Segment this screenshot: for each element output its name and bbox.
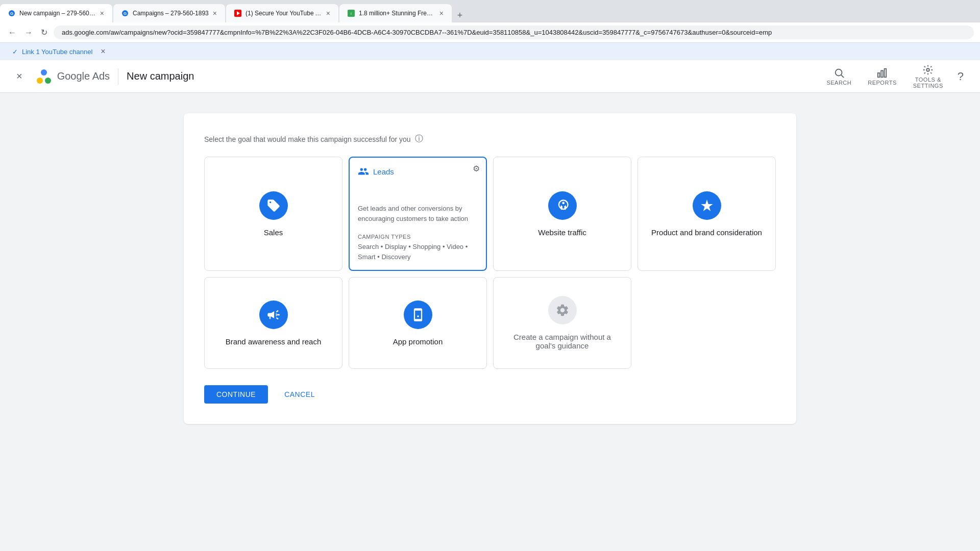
tag-icon — [266, 198, 281, 213]
back-button[interactable]: ← — [6, 26, 18, 39]
tab-title-3: (1) Secure Your YouTube Acc... — [246, 10, 322, 17]
tab-title-4: 1.8 million+ Stunning Free Im... — [359, 10, 435, 17]
search-label: SEARCH — [826, 80, 851, 86]
google-ads-text: Google Ads — [57, 70, 110, 82]
tab-youtube[interactable]: (1) Secure Your YouTube Acc... × — [226, 4, 338, 22]
goal-card-website-traffic[interactable]: Website traffic — [493, 157, 631, 271]
tools-label: TOOLS &SETTINGS — [913, 77, 943, 89]
leads-campaign-types-label: CAMPAIGN TYPES — [358, 234, 411, 240]
notification-check-icon: ✓ — [12, 48, 18, 56]
browser-chrome: G New campaign – 279-560-1... × G Campai… — [0, 0, 980, 43]
main-content: Select the goal that would make this cam… — [0, 93, 980, 444]
tab-favicon-1: G — [8, 10, 15, 17]
app-header: × Google Ads New campaign SEARCH REPORTS — [0, 60, 980, 93]
tab-close-4[interactable]: × — [439, 9, 444, 17]
goal-title-app-promotion: App promotion — [393, 337, 443, 346]
header-divider — [118, 68, 118, 85]
goal-icon-sales — [259, 191, 288, 220]
action-buttons: CONTINUE CANCEL — [204, 385, 776, 404]
svg-rect-15 — [881, 70, 884, 77]
svg-rect-14 — [878, 73, 880, 77]
tab-favicon-4: i — [348, 10, 355, 17]
address-bar-row: ← → ↻ — [0, 22, 980, 43]
gear-icon — [555, 303, 570, 317]
app-close-button[interactable]: × — [12, 66, 27, 86]
tools-settings-button[interactable]: TOOLS &SETTINGS — [907, 60, 949, 93]
reload-button[interactable]: ↻ — [39, 26, 50, 39]
search-button[interactable]: SEARCH — [820, 63, 857, 90]
tab-new-campaign[interactable]: G New campaign – 279-560-1... × — [0, 4, 112, 22]
leads-title: Leads — [373, 167, 394, 176]
svg-point-11 — [41, 69, 47, 76]
leads-campaign-types: Search • Display • Shopping • Video • Sm… — [358, 242, 478, 262]
svg-text:i: i — [351, 11, 352, 16]
forward-button[interactable]: → — [22, 26, 35, 39]
google-ads-logo-icon — [35, 67, 53, 86]
goals-grid-row1: Sales Leads ⚙ Get leads and other conver… — [204, 157, 776, 271]
svg-text:G: G — [124, 11, 127, 16]
goal-icon-no-goal — [548, 296, 577, 324]
phone-icon — [411, 308, 425, 322]
leads-description: Get leads and other conversions by encou… — [358, 204, 478, 223]
tab-bar: G New campaign – 279-560-1... × G Campai… — [0, 0, 980, 22]
campaign-card: Select the goal that would make this cam… — [184, 113, 796, 424]
tab-close-2[interactable]: × — [213, 9, 217, 17]
new-tab-button[interactable]: + — [453, 8, 467, 22]
megaphone-icon — [266, 308, 281, 322]
goal-card-app-promotion[interactable]: App promotion — [349, 277, 487, 369]
goal-title-brand-awareness: Brand awareness and reach — [226, 337, 322, 346]
reports-icon — [876, 67, 888, 79]
cursor-icon — [555, 198, 570, 213]
section-label-text: Select the goal that would make this cam… — [204, 135, 411, 143]
cancel-button[interactable]: CANCEL — [276, 385, 323, 404]
notification-bar: ✓ Link 1 YouTube channel × — [0, 43, 980, 60]
goal-title-sales: Sales — [264, 228, 283, 237]
goal-icon-product-brand — [693, 191, 721, 220]
people-icon — [358, 166, 369, 177]
search-icon — [834, 67, 845, 79]
goal-title-website-traffic: Website traffic — [538, 228, 586, 237]
tab-favicon-3 — [234, 10, 241, 17]
svg-rect-16 — [885, 68, 887, 77]
header-actions: SEARCH REPORTS TOOLS &SETTINGS ? — [820, 60, 968, 93]
leads-selected-header: Leads — [358, 166, 478, 177]
goal-icon-website-traffic — [548, 191, 577, 220]
svg-point-10 — [45, 78, 51, 84]
leads-config-icon[interactable]: ⚙ — [473, 164, 480, 173]
reports-button[interactable]: REPORTS — [862, 63, 902, 90]
goals-grid-row2: Brand awareness and reach App promotion — [204, 277, 776, 369]
address-input[interactable] — [54, 26, 974, 39]
svg-line-13 — [841, 75, 844, 78]
goal-title-product-brand: Product and brand consideration — [651, 228, 762, 237]
goal-card-no-goal[interactable]: Create a campaign without a goal's guida… — [493, 277, 631, 369]
sparkle-icon — [700, 198, 714, 213]
reports-label: REPORTS — [868, 80, 896, 86]
section-label: Select the goal that would make this cam… — [204, 134, 776, 144]
continue-button[interactable]: CONTINUE — [204, 385, 268, 404]
goal-card-empty — [638, 277, 776, 369]
svg-point-9 — [37, 78, 43, 84]
svg-point-17 — [926, 68, 929, 71]
page-title: New campaign — [127, 70, 812, 82]
goal-icon-app-promotion — [404, 300, 432, 329]
tools-icon — [922, 64, 934, 76]
tab-title-2: Campaigns – 279-560-1893 — [133, 10, 209, 17]
goal-card-brand-awareness[interactable]: Brand awareness and reach — [204, 277, 342, 369]
goal-card-leads[interactable]: Leads ⚙ Get leads and other conversions … — [349, 157, 487, 271]
goal-title-no-goal: Create a campaign without a goal's guida… — [506, 333, 619, 350]
tab-close-1[interactable]: × — [100, 9, 104, 17]
svg-text:G: G — [10, 11, 13, 16]
notification-close-button[interactable]: × — [101, 47, 105, 56]
tab-close-3[interactable]: × — [326, 9, 330, 17]
tab-campaigns[interactable]: G Campaigns – 279-560-1893 × — [113, 4, 225, 22]
tab-images[interactable]: i 1.8 million+ Stunning Free Im... × — [339, 4, 452, 22]
section-help-icon[interactable]: ⓘ — [415, 134, 423, 144]
notification-text: Link 1 YouTube channel — [22, 48, 92, 56]
tab-favicon-2: G — [121, 10, 129, 17]
svg-point-12 — [835, 69, 842, 76]
help-button[interactable]: ? — [953, 66, 968, 87]
goal-icon-brand-awareness — [259, 300, 288, 329]
goal-card-product-brand[interactable]: Product and brand consideration — [638, 157, 776, 271]
goal-card-sales[interactable]: Sales — [204, 157, 342, 271]
google-ads-logo: Google Ads — [35, 67, 110, 86]
